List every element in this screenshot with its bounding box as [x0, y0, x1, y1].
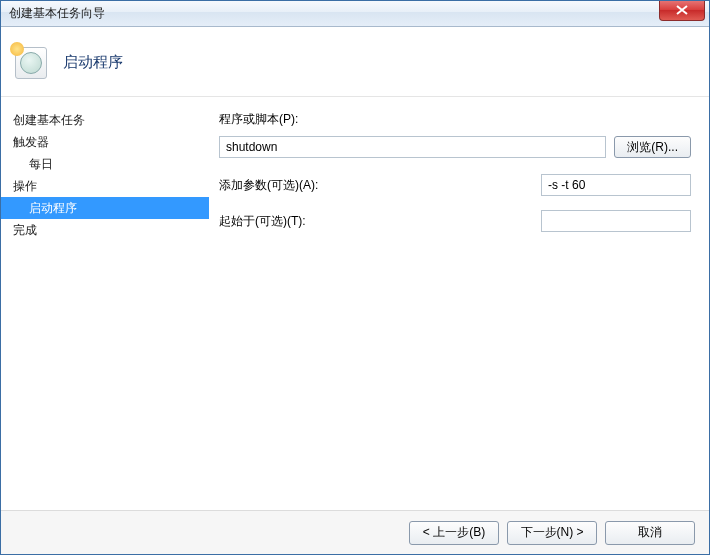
arguments-input[interactable] [541, 174, 691, 196]
step-daily[interactable]: 每日 [1, 153, 209, 175]
window-title: 创建基本任务向导 [9, 5, 105, 22]
step-trigger[interactable]: 触发器 [1, 131, 209, 153]
close-icon [676, 5, 688, 15]
step-create-basic-task[interactable]: 创建基本任务 [1, 109, 209, 131]
next-button[interactable]: 下一步(N) > [507, 521, 597, 545]
wizard-header: 启动程序 [1, 27, 709, 97]
step-finish[interactable]: 完成 [1, 219, 209, 241]
step-start-program[interactable]: 启动程序 [1, 197, 209, 219]
wizard-footer: < 上一步(B) 下一步(N) > 取消 [1, 510, 709, 554]
titlebar: 创建基本任务向导 [1, 1, 709, 27]
step-action[interactable]: 操作 [1, 175, 209, 197]
program-input[interactable] [219, 136, 606, 158]
arguments-label: 添加参数(可选)(A): [219, 177, 521, 194]
page-title: 启动程序 [63, 53, 123, 72]
window-controls [659, 1, 709, 26]
startin-input[interactable] [541, 210, 691, 232]
optional-fields: 添加参数(可选)(A): 起始于(可选)(T): [219, 174, 691, 232]
cancel-button[interactable]: 取消 [605, 521, 695, 545]
program-label: 程序或脚本(P): [219, 111, 691, 128]
schedule-clock-icon [15, 47, 47, 79]
close-button[interactable] [659, 1, 705, 21]
form-panel: 程序或脚本(P): 浏览(R)... 添加参数(可选)(A): 起始于(可选)(… [209, 97, 709, 510]
back-button[interactable]: < 上一步(B) [409, 521, 499, 545]
wizard-body: 启动程序 创建基本任务 触发器 每日 操作 启动程序 完成 程序或脚本(P): … [1, 27, 709, 554]
program-field-group: 程序或脚本(P): 浏览(R)... [219, 111, 691, 158]
wizard-content: 创建基本任务 触发器 每日 操作 启动程序 完成 程序或脚本(P): 浏览(R)… [1, 97, 709, 510]
browse-button[interactable]: 浏览(R)... [614, 136, 691, 158]
wizard-window: 创建基本任务向导 启动程序 创建基本任务 触发器 每日 操作 启动程序 [0, 0, 710, 555]
wizard-steps-sidebar: 创建基本任务 触发器 每日 操作 启动程序 完成 [1, 97, 209, 510]
startin-label: 起始于(可选)(T): [219, 213, 521, 230]
